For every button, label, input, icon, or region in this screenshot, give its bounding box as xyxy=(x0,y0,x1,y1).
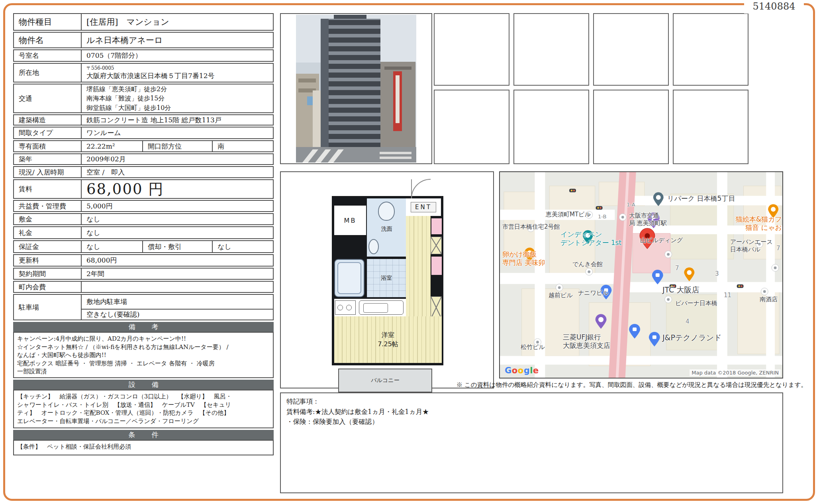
row-label: 敷金 xyxy=(14,214,82,224)
notes-section: キャンペーン:4月中成約に限り、AD2カ月のキャンペーン中!! ☆インターネット… xyxy=(13,332,274,378)
row-value-2: なし xyxy=(212,241,273,252)
row-label: 賃料 xyxy=(14,180,82,198)
transit-line: 南海本線「難波」徒歩15分 xyxy=(86,94,165,103)
row-label-2: 開口部方位 xyxy=(142,141,212,151)
row-value: 堺筋線「恵美須町」徒歩2分 南海本線「難波」徒歩15分 御堂筋線「大国町」徒歩1… xyxy=(82,84,273,112)
row-label: 号室名 xyxy=(14,50,82,61)
bathtub-icon xyxy=(334,259,364,297)
balcony: バルコニー xyxy=(338,369,432,392)
postal-code: 〒556-0005 xyxy=(86,65,114,72)
entrance-label: ENT xyxy=(411,202,436,212)
row-value: 2年間 xyxy=(82,269,273,279)
row-label-2: 償却・敷引 xyxy=(142,241,212,252)
special-notes-line: ・保険：保険要加入（要確認） xyxy=(286,417,777,427)
map-label: 猫絵本&猫カフ 猫音 にゃお xyxy=(732,215,782,232)
row-label: 駐車場 xyxy=(14,295,82,320)
table-row: 町内会費 xyxy=(13,281,274,293)
row-label: 契約期間 xyxy=(14,269,82,279)
table-row: 物件種目 [住居用] マンション xyxy=(13,13,274,31)
property-flyer-page: 5140884 物件種目 [住居用] マンション 物件名 ルネ日本橋アネーロ 号… xyxy=(0,0,819,504)
burner-icon xyxy=(337,305,343,310)
main-room: 洋室 7.25帖 xyxy=(334,316,442,363)
row-value: 空室 / 即入 xyxy=(82,167,273,177)
entrance-door-arc xyxy=(410,178,431,199)
row-value: 〒556-0005 大阪府大阪市浪速区日本橋５丁目7番12号 xyxy=(82,64,273,82)
row-label: 現況/ 入居時期 xyxy=(14,167,82,177)
table-row: 交通 堺筋線「恵美須町」徒歩2分 南海本線「難波」徒歩15分 御堂筋線「大国町」… xyxy=(13,84,274,113)
map-label: 7 xyxy=(776,245,780,252)
toilet-icon xyxy=(378,202,395,221)
sink-counter-icon xyxy=(359,300,404,315)
special-notes-line: 賃料備考:★法人契約は敷金1ヵ月・礼金1ヵ月★ xyxy=(286,407,777,417)
table-row: 敷金 なし xyxy=(13,213,274,225)
equipment-line: ティ】 オートロック・宅配BOX・管理人（巡回）・防犯カメラ 【その他】 xyxy=(17,409,270,417)
row-value: 2009年02月 xyxy=(82,154,273,164)
map-label: 大阪市交通 局 恵美須町駅 xyxy=(629,212,667,227)
row-label: 礼金 xyxy=(14,227,82,238)
parking-line: 空きなし(要確認) xyxy=(82,310,273,320)
table-row: 専有面積 22.22m² 開口部方位 南 xyxy=(13,140,274,152)
room-name-label: 洋室 xyxy=(378,331,398,339)
row-label: 物件名 xyxy=(14,33,82,47)
row-label: 間取タイプ xyxy=(14,127,82,138)
map-label: ビバーナ日本橋 xyxy=(675,300,717,307)
map-label: JTC 大阪店 xyxy=(662,285,699,295)
section-header-notes: 備 考 xyxy=(13,322,274,332)
photo-placeholder-grid xyxy=(434,13,748,164)
room-size-label: 7.25帖 xyxy=(378,340,398,349)
row-value: なし xyxy=(82,227,273,238)
map-label: 市営日本橋住宅2号館 xyxy=(502,223,560,231)
map-copyright: Map data ©2018 Google, ZENRIN xyxy=(690,369,781,376)
notes-line: なんば・大国町駅へも徒歩圏内!! xyxy=(17,351,270,359)
row-value: 22.22m² xyxy=(82,141,142,151)
map-label: 11 xyxy=(724,292,731,299)
shaft-box xyxy=(431,237,442,254)
document-number: 5140884 xyxy=(744,0,804,14)
row-label: 物件種目 xyxy=(14,14,82,30)
table-row: 建築構造 鉄筋コンクリート造 地上15階 総戸数113戸 xyxy=(13,114,274,126)
location-map: P xyxy=(499,171,783,378)
parking-values: 敷地内駐車場 空きなし(要確認) xyxy=(82,295,273,320)
transit-line: 御堂筋線「大国町」徒歩10分 xyxy=(86,103,171,112)
special-notes-section: 特記事項： 賃料備考:★法人契約は敷金1ヵ月・礼金1ヵ月★ ・保険：保険要加入（… xyxy=(280,392,783,493)
map-label: でんき会館 xyxy=(572,261,603,268)
map-label: ナニワビル xyxy=(578,289,609,297)
row-label: 交通 xyxy=(14,84,82,112)
photo-placeholder xyxy=(593,13,669,86)
rent-value: 68,000 円 xyxy=(82,180,273,198)
table-row: 契約期間 2年間 xyxy=(13,268,274,280)
photo-placeholder xyxy=(673,90,748,164)
equipment-line: 【キッチン】 給湯器（ガス）・ガスコンロ（3口以上） 【水廻り】 風呂・ xyxy=(17,392,270,401)
photo-placeholder xyxy=(673,13,748,86)
closet xyxy=(431,218,442,234)
row-value: なし xyxy=(82,214,273,224)
photo-placeholder xyxy=(434,90,509,164)
row-value xyxy=(82,282,273,292)
floorplan-frame: MB 洗面 浴室 ENT xyxy=(280,171,494,388)
row-value-2: 南 xyxy=(212,141,273,151)
photo-placeholder xyxy=(513,90,589,164)
map-label: 越前ビル xyxy=(549,292,573,299)
map-label: 山ビルディング xyxy=(640,237,683,244)
section-header-conditions: 条 件 xyxy=(13,430,274,440)
google-logo: Google xyxy=(505,366,539,375)
table-row: 号室名 0705（7階部分） xyxy=(13,49,274,62)
map-label: インディペン デントシアター 1st xyxy=(560,230,621,247)
row-label: 建築構造 xyxy=(14,115,82,125)
bathroom: 浴室 xyxy=(367,259,406,297)
table-row: 築年 2009年02月 xyxy=(13,153,274,165)
stove-icon xyxy=(335,300,356,315)
row-label: 更新料 xyxy=(14,255,82,266)
entrance: ENT xyxy=(406,198,441,216)
table-row: 所在地 〒556-0005 大阪府大阪市浪速区日本橋５丁目7番12号 xyxy=(13,63,274,82)
row-label: 共益費・管理費 xyxy=(14,201,82,211)
notes-line: 一部設置済 xyxy=(17,367,270,376)
table-row: 更新料 68,000円 xyxy=(13,254,274,267)
notes-line: 宅配ボックス 暗証番号 ・ 管理形態 清掃 ・ エレベータ 各階有 ・ 冷暖房 xyxy=(17,359,270,368)
burner-icon xyxy=(346,305,352,310)
notes-line: キャンペーン:4月中成約に限り、AD2カ月のキャンペーン中!! xyxy=(17,335,270,343)
table-row: 物件名 ルネ日本橋アネーロ xyxy=(13,32,274,48)
special-notes-title: 特記事項： xyxy=(286,396,777,407)
map-label: 3 xyxy=(715,270,719,278)
row-label: 築年 xyxy=(14,154,82,164)
